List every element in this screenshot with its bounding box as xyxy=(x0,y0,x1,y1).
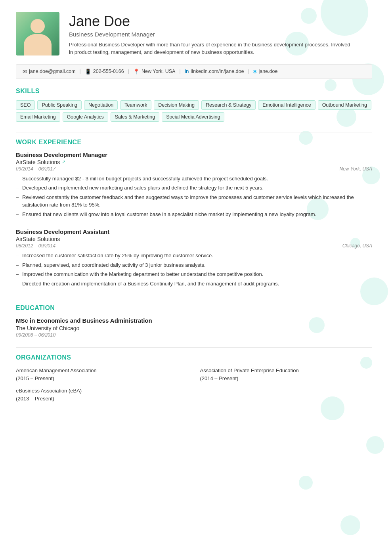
location-icon: 📍 xyxy=(133,69,140,75)
divider-3 xyxy=(16,347,372,348)
candidate-name: Jane Doe xyxy=(69,13,372,29)
sep-4: | xyxy=(248,69,249,74)
linkedin-value: linkedin.com/in/jane.doe xyxy=(191,69,244,74)
org-name: Association of Private Enterprise Educat… xyxy=(200,367,299,373)
linkedin-icon: in xyxy=(185,69,189,74)
work-title: WORK EXPERIENCE xyxy=(16,139,372,146)
sep-1: | xyxy=(80,69,81,74)
job-dates: 08/2012 – 09/2014 xyxy=(16,243,55,249)
org-period: (2014 – Present) xyxy=(200,375,239,381)
job-location: New York, USA xyxy=(340,166,372,172)
edu-degree: MSc in Economics and Business Administra… xyxy=(16,317,372,324)
location-value: New York, USA xyxy=(142,69,175,74)
org-period: (2015 – Present) xyxy=(16,375,54,381)
job-entry: Business Development Manager AirState So… xyxy=(16,151,372,218)
org-name: American Management Association xyxy=(16,367,97,373)
job-title: Business Development Manager xyxy=(16,151,372,158)
org-name: eBusiness Association (eBA) xyxy=(16,388,82,394)
job-title: Business Development Assistant xyxy=(16,228,372,235)
email-icon: ✉ xyxy=(23,69,27,75)
header-info: Jane Doe Business Development Manager Pr… xyxy=(69,12,372,56)
job-bullet: Planned, supervised, and coordinated dai… xyxy=(16,261,372,269)
phone-value: 202-555-0166 xyxy=(93,69,124,74)
phone-icon: 📱 xyxy=(85,69,91,75)
skill-tag: Decision Making xyxy=(154,100,199,110)
location-contact: 📍 New York, USA xyxy=(133,69,175,75)
job-company: AirState Solutions ↗ xyxy=(16,159,372,165)
email-value: jane.doe@gmail.com xyxy=(29,69,76,74)
jobs-container: Business Development Manager AirState So… xyxy=(16,151,372,288)
skill-tag: Outbound Marketing xyxy=(318,100,371,110)
skype-icon: S xyxy=(253,69,257,75)
skill-tag: Social Media Advertising xyxy=(162,112,224,122)
sep-2: | xyxy=(128,69,129,74)
org-container: American Management Association(2015 – P… xyxy=(16,367,372,402)
org-item: Association of Private Enterprise Educat… xyxy=(200,367,373,382)
job-bullet: Successfully managed $2 - 3 million budg… xyxy=(16,175,372,183)
job-bullets: Successfully managed $2 - 3 million budg… xyxy=(16,175,372,218)
contact-bar: ✉ jane.doe@gmail.com | 📱 202-555-0166 | … xyxy=(16,64,372,79)
edu-container: MSc in Economics and Business Administra… xyxy=(16,317,372,338)
candidate-title: Business Development Manager xyxy=(69,31,372,38)
skill-tag: Negotiation xyxy=(84,100,118,110)
skill-tag: Sales & Marketing xyxy=(111,112,159,122)
org-period: (2013 – Present) xyxy=(16,396,54,402)
job-location: Chicago, USA xyxy=(342,243,372,249)
education-title: EDUCATION xyxy=(16,304,372,312)
skill-tag: Teamwork xyxy=(120,100,151,110)
skill-tag: Research & Strategy xyxy=(201,100,256,110)
organizations-section: ORGANIZATIONS American Management Associ… xyxy=(16,354,372,402)
external-link-icon: ↗ xyxy=(62,159,65,165)
job-meta: 08/2012 – 09/2014 Chicago, USA xyxy=(16,243,372,249)
job-bullet: Reviewed constantly the customer feedbac… xyxy=(16,193,372,209)
divider-1 xyxy=(16,132,372,132)
org-item: American Management Association(2015 – P… xyxy=(16,367,188,382)
education-section: EDUCATION MSc in Economics and Business … xyxy=(16,304,372,338)
skills-title: SKILLS xyxy=(16,88,372,95)
edu-dates: 09/2008 – 06/2010 xyxy=(16,332,372,338)
candidate-summary: Professional Business Developer with mor… xyxy=(69,41,354,56)
job-bullet: Increased the customer satisfaction rate… xyxy=(16,252,372,260)
skill-tag: Public Speaking xyxy=(37,100,82,110)
skill-tag: Google Analytics xyxy=(63,112,108,122)
divider-2 xyxy=(16,298,372,298)
sep-3: | xyxy=(179,69,180,74)
skill-tag: Emotional Intelligence xyxy=(258,100,315,110)
skills-section: SKILLS SEOPublic SpeakingNegotiationTeam… xyxy=(16,88,372,122)
edu-school: The University of Chicago xyxy=(16,325,372,331)
phone-contact: 📱 202-555-0166 xyxy=(85,69,124,75)
email-contact: ✉ jane.doe@gmail.com xyxy=(23,69,76,75)
header-section: Jane Doe Business Development Manager Pr… xyxy=(16,12,372,56)
avatar xyxy=(16,12,59,56)
skype-contact: S jane.doe xyxy=(253,69,278,75)
organizations-title: ORGANIZATIONS xyxy=(16,354,372,361)
job-company: AirState Solutions xyxy=(16,236,372,242)
job-bullet: Ensured that new clients will grow into … xyxy=(16,211,372,218)
skype-value: jane.doe xyxy=(258,69,277,74)
skill-tag: Email Marketing xyxy=(16,112,60,122)
job-dates: 09/2014 – 06/2017 xyxy=(16,166,55,172)
work-experience-section: WORK EXPERIENCE Business Development Man… xyxy=(16,139,372,288)
job-bullet: Improved the communication with the Mark… xyxy=(16,270,372,278)
job-bullets: Increased the customer satisfaction rate… xyxy=(16,252,372,287)
skills-tags-container: SEOPublic SpeakingNegotiationTeamworkDec… xyxy=(16,100,372,122)
linkedin-contact: in linkedin.com/in/jane.doe xyxy=(185,69,244,74)
education-entry: MSc in Economics and Business Administra… xyxy=(16,317,372,338)
org-item: eBusiness Association (eBA)(2013 – Prese… xyxy=(16,387,188,402)
skill-tag: SEO xyxy=(16,100,35,110)
resume-page: Jane Doe Business Development Manager Pr… xyxy=(0,0,392,555)
job-bullet: Developed and implemented new marketing … xyxy=(16,184,372,192)
job-bullet: Directed the creation and implementation… xyxy=(16,280,372,288)
job-meta: 09/2014 – 06/2017 New York, USA xyxy=(16,166,372,172)
job-entry: Business Development Assistant AirState … xyxy=(16,228,372,287)
